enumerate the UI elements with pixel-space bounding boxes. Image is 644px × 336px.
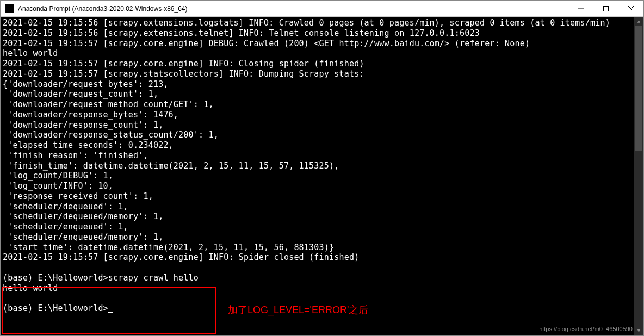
window-controls — [568, 1, 643, 17]
terminal-line: 2021-02-15 19:15:56 [scrapy.extensions.t… — [3, 28, 480, 38]
terminal-line: 'log_count/DEBUG': 1, — [3, 171, 113, 181]
terminal-line: 2021-02-15 19:15:57 [scrapy.statscollect… — [3, 69, 364, 79]
scrollbar-down-arrow-icon[interactable]: ▼ — [634, 326, 643, 335]
terminal-line: (base) E:\Helloworld> — [3, 303, 108, 313]
terminal-line: 'finish_reason': 'finished', — [3, 151, 148, 160]
close-button[interactable] — [618, 1, 643, 17]
close-icon — [628, 6, 634, 11]
terminal-line: 'downloader/response_status_count/200': … — [3, 130, 219, 140]
terminal-line: 'log_count/INFO': 10, — [3, 181, 113, 191]
terminal-line: 2021-02-15 19:15:57 [scrapy.core.engine]… — [3, 59, 364, 69]
minimize-button[interactable] — [568, 1, 593, 17]
terminal-line: hello world — [3, 48, 58, 58]
terminal-line: 'downloader/response_bytes': 1476, — [3, 110, 178, 120]
terminal-line: {'downloader/request_bytes': 213, — [3, 79, 169, 89]
terminal-line: 'downloader/request_method_count/GET': 1… — [3, 99, 214, 109]
scrollbar-up-arrow-icon[interactable]: ▲ — [634, 17, 643, 26]
minimize-icon — [578, 6, 584, 11]
svg-rect-1 — [604, 6, 609, 11]
maximize-icon — [603, 6, 609, 11]
terminal-line: 'downloader/request_count': 1, — [3, 89, 158, 99]
terminal-line: 'scheduler/enqueued/memory': 1, — [3, 232, 163, 242]
window: Anaconda Prompt (Anaconda3-2020.02-Windo… — [0, 0, 644, 336]
terminal-line: 2021-02-15 19:15:57 [scrapy.core.engine]… — [3, 39, 530, 48]
terminal-line: 'downloader/response_count': 1, — [3, 120, 163, 130]
terminal-line: 2021-02-15 19:15:56 [scrapy.extensions.l… — [3, 18, 610, 28]
terminal-line: 2021-02-15 19:15:57 [scrapy.core.engine]… — [3, 252, 359, 262]
terminal-line: 'response_received_count': 1, — [3, 191, 153, 201]
terminal-line: 'scheduler/dequeued': 1, — [3, 202, 128, 211]
titlebar[interactable]: Anaconda Prompt (Anaconda3-2020.02-Windo… — [1, 1, 643, 17]
maximize-button[interactable] — [593, 1, 618, 17]
terminal-line: 'finish_time': datetime.datetime(2021, 2… — [3, 161, 339, 171]
cursor — [108, 312, 113, 313]
scrollbar[interactable]: ▲ ▼ — [634, 17, 643, 335]
scrollbar-thumb[interactable] — [635, 26, 642, 151]
terminal-line: 'start_time': datetime.datetime(2021, 2,… — [3, 242, 334, 252]
app-icon — [5, 4, 14, 13]
terminal-line: 'elapsed_time_seconds': 0.234022, — [3, 140, 174, 150]
terminal-line: 'scheduler/dequeued/memory': 1, — [3, 211, 163, 221]
terminal-line: hello world — [3, 283, 58, 293]
terminal-content[interactable]: 2021-02-15 19:15:56 [scrapy.extensions.l… — [1, 17, 634, 335]
terminal-area[interactable]: 2021-02-15 19:15:56 [scrapy.extensions.l… — [1, 17, 643, 335]
window-title: Anaconda Prompt (Anaconda3-2020.02-Windo… — [18, 5, 568, 13]
terminal-line: 'scheduler/enqueued': 1, — [3, 222, 128, 232]
terminal-line: (base) E:\Helloworld>scrapy crawl hello — [3, 273, 199, 283]
